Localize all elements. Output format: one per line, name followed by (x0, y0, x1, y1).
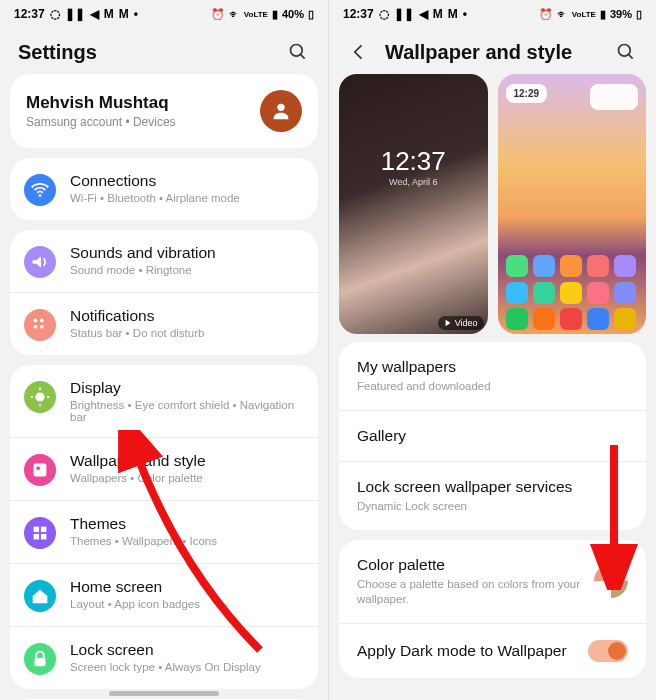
search-button[interactable] (614, 40, 638, 64)
notif-icon (24, 309, 56, 341)
svg-point-7 (40, 325, 44, 329)
status-alarm-icon: ⏰ (539, 8, 553, 21)
phone-wallpaper: 12:37 ◌ ❚❚ ◀ M M • ⏰ ᯤ VoLTE ▮ 39% ▯ Wal… (328, 0, 656, 700)
status-more-icon: • (463, 7, 467, 21)
status-gmail-icon: M (448, 7, 458, 21)
row-sub: Wallpapers • Color palette (70, 472, 206, 484)
settings-row-connections[interactable]: ConnectionsWi-Fi • Bluetooth • Airplane … (10, 158, 318, 220)
row-sub: Wi-Fi • Bluetooth • Airplane mode (70, 192, 240, 204)
svg-point-6 (34, 325, 38, 329)
video-badge: Video (438, 316, 484, 330)
svg-point-5 (40, 319, 44, 323)
chevron-left-icon (349, 42, 369, 62)
phone-settings: 12:37 ◌ ❚❚ ◀ M M • ⏰ ᯤ VoLTE ▮ 40% ▯ Set… (0, 0, 328, 700)
dark-mode-toggle[interactable] (588, 640, 628, 662)
appearance-card: Color palette Choose a palette based on … (339, 540, 646, 678)
svg-point-14 (36, 466, 40, 470)
settings-row-themes[interactable]: ThemesThemes • Wallpapers • Icons (10, 500, 318, 563)
svg-point-4 (34, 319, 38, 323)
status-clock-icon: ◌ (50, 7, 60, 21)
status-pause-icon: ❚❚ (394, 7, 414, 21)
status-time: 12:37 (343, 7, 374, 21)
row-title: Connections (70, 172, 240, 190)
page-title: Wallpaper and style (385, 41, 572, 64)
row-gallery[interactable]: Gallery (339, 410, 646, 461)
status-nfc-icon: ᯤ (557, 8, 568, 20)
status-battery-text: 40% (282, 8, 304, 20)
row-sub: Layout • App icon badges (70, 598, 200, 610)
status-signal-icon: ▮ (600, 8, 606, 21)
svg-point-2 (277, 104, 284, 111)
home-screen-preview[interactable]: 12:29 (498, 74, 647, 334)
lock-screen-preview[interactable]: 12:37 Wed, April 6 Video (339, 74, 488, 334)
svg-rect-16 (41, 527, 46, 533)
wallpaper-sources-card: My wallpapers Featured and downloaded Ga… (339, 342, 646, 530)
status-telegram-icon: ◀ (90, 7, 99, 21)
lock-time: 12:37 (339, 146, 488, 177)
widget-time: 12:29 (506, 84, 548, 103)
dock (498, 308, 647, 330)
avatar[interactable] (260, 90, 302, 132)
svg-point-3 (39, 194, 42, 197)
row-title: Lock screen (70, 641, 261, 659)
settings-header: Settings (0, 28, 328, 74)
status-bar: 12:37 ◌ ❚❚ ◀ M M • ⏰ ᯤ VoLTE ▮ 39% ▯ (329, 0, 656, 28)
settings-row-lock-screen[interactable]: Lock screenScreen lock type • Always On … (10, 626, 318, 689)
svg-point-8 (35, 392, 44, 401)
row-title: Sounds and vibration (70, 244, 216, 262)
svg-line-1 (301, 55, 305, 59)
row-sub: Sound mode • Ringtone (70, 264, 216, 276)
nav-pill[interactable] (109, 691, 219, 696)
display-icon (24, 381, 56, 413)
settings-row-notifications[interactable]: NotificationsStatus bar • Do not disturb (10, 292, 318, 355)
row-sub: Screen lock type • Always On Display (70, 661, 261, 673)
status-lte-icon: VoLTE (572, 10, 596, 19)
widget-weather (590, 84, 638, 110)
row-title: Home screen (70, 578, 200, 596)
back-button[interactable] (347, 40, 371, 64)
status-alarm-icon: ⏰ (211, 8, 225, 21)
svg-point-20 (619, 45, 631, 57)
account-sub: Samsung account • Devices (26, 115, 176, 129)
lock-date: Wed, April 6 (339, 177, 488, 187)
account-card[interactable]: Mehvish Mushtaq Samsung account • Device… (10, 74, 318, 148)
status-clock-icon: ◌ (379, 7, 389, 21)
lock-icon (24, 643, 56, 675)
svg-line-21 (629, 55, 633, 59)
status-time: 12:37 (14, 7, 45, 21)
row-sub: Status bar • Do not disturb (70, 327, 204, 339)
search-icon (288, 42, 308, 62)
row-my-wallpapers[interactable]: My wallpapers Featured and downloaded (339, 342, 646, 410)
row-sub: Themes • Wallpapers • Icons (70, 535, 217, 547)
row-dark-mode-wallpaper[interactable]: Apply Dark mode to Wallpaper (339, 623, 646, 678)
settings-row-wallpaper-and-style[interactable]: Wallpaper and styleWallpapers • Color pa… (10, 437, 318, 500)
svg-rect-19 (35, 658, 46, 666)
page-title: Settings (18, 41, 97, 64)
search-button[interactable] (286, 40, 310, 64)
row-sub: Brightness • Eye comfort shield • Naviga… (70, 399, 304, 423)
settings-row-display[interactable]: DisplayBrightness • Eye comfort shield •… (10, 365, 318, 437)
row-color-palette[interactable]: Color palette Choose a palette based on … (339, 540, 646, 623)
status-pause-icon: ❚❚ (65, 7, 85, 21)
wallpaper-icon (24, 454, 56, 486)
app-icon-grid (498, 255, 647, 304)
settings-row-sounds-and-vibration[interactable]: Sounds and vibrationSound mode • Rington… (10, 230, 318, 292)
settings-card: ConnectionsWi-Fi • Bluetooth • Airplane … (10, 158, 318, 220)
play-icon (444, 319, 452, 327)
row-title: Notifications (70, 307, 204, 325)
status-battery-icon: ▯ (308, 8, 314, 21)
account-name: Mehvish Mushtaq (26, 93, 176, 113)
status-bar: 12:37 ◌ ❚❚ ◀ M M • ⏰ ᯤ VoLTE ▮ 40% ▯ (0, 0, 328, 28)
row-title: Themes (70, 515, 217, 533)
svg-rect-17 (34, 534, 40, 540)
status-gmail-icon: M (433, 7, 443, 21)
row-title: Wallpaper and style (70, 452, 206, 470)
row-lock-wallpaper-services[interactable]: Lock screen wallpaper services Dynamic L… (339, 461, 646, 530)
row-title: Display (70, 379, 304, 397)
status-battery-text: 39% (610, 8, 632, 20)
status-signal-icon: ▮ (272, 8, 278, 21)
settings-card: DisplayBrightness • Eye comfort shield •… (10, 365, 318, 689)
status-nfc-icon: ᯤ (229, 8, 240, 20)
settings-row-home-screen[interactable]: Home screenLayout • App icon badges (10, 563, 318, 626)
status-lte-icon: VoLTE (244, 10, 268, 19)
